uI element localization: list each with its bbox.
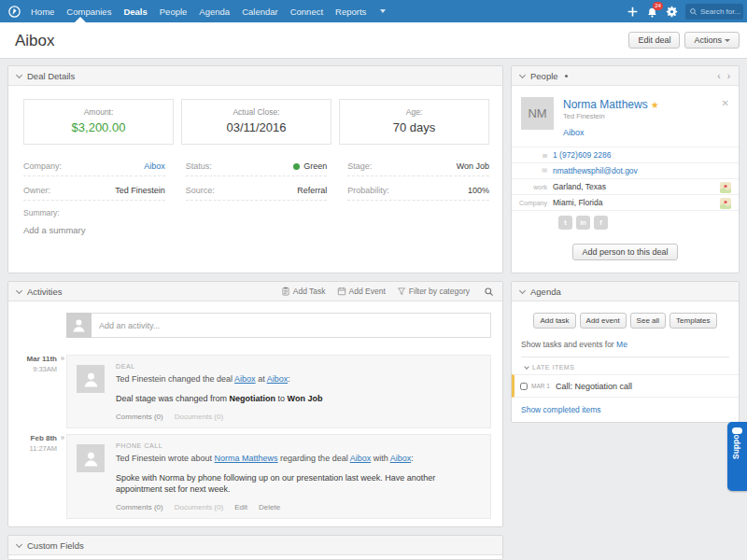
activity-item: Mar 11th 9:33AM DEAL Ted Finestein chang…	[8, 355, 491, 428]
contact-company-link[interactable]: Aibox	[563, 128, 585, 137]
custom-fields-header[interactable]: Custom Fields	[8, 536, 502, 555]
contact-name-link[interactable]: Norma Matthews★	[563, 98, 659, 111]
global-search[interactable]	[685, 4, 743, 20]
person-icon	[70, 316, 88, 334]
social-icons-row: t in f	[512, 210, 739, 234]
facebook-icon[interactable]: f	[594, 216, 608, 230]
edit-deal-button[interactable]: Edit deal	[628, 32, 680, 49]
documents-link[interactable]: Documents (0)	[175, 413, 223, 421]
collapse-chevron-icon	[16, 71, 22, 77]
contact-email-link[interactable]: nmatthewsphil@dot.gov	[553, 166, 638, 175]
deal-details-title: Deal Details	[27, 71, 75, 81]
field-status-text: Green	[303, 161, 327, 171]
twitter-icon[interactable]: t	[558, 216, 572, 230]
divider	[521, 357, 729, 357]
nav-item-home[interactable]: Home	[31, 7, 54, 17]
nav-item-connect[interactable]: Connect	[290, 7, 323, 17]
add-event-button[interactable]: Add Event	[337, 287, 386, 296]
late-items-label: Late items	[532, 364, 574, 371]
prev-person-arrow-icon[interactable]: ‹	[717, 71, 720, 81]
agenda-buttons: Add task Add event See all Templates	[512, 313, 739, 329]
support-tab[interactable]: Support	[727, 422, 747, 491]
task-text[interactable]: Call: Negotiation call	[556, 382, 632, 391]
comments-link[interactable]: Comments (0)	[116, 503, 163, 511]
contact-phone-link[interactable]: 1 (972)609 2286	[553, 150, 611, 160]
stat-amount: Amount: $3,200.00	[23, 99, 174, 145]
deal-details-header[interactable]: Deal Details	[8, 66, 502, 86]
activities-search-icon[interactable]	[484, 287, 494, 297]
field-owner: Owner: Ted Finestein	[23, 184, 165, 201]
actions-chevron-icon	[725, 39, 730, 42]
contact-phone-row: w 1 (972)609 2286	[512, 147, 739, 162]
favorite-star-icon[interactable]: ★	[651, 100, 659, 110]
activity-avatar	[77, 365, 105, 393]
field-probability-label: Probability:	[347, 186, 389, 195]
agenda-filter-me-link[interactable]: Me	[616, 340, 627, 349]
field-stage: Stage: Won Job	[347, 160, 489, 176]
stat-age: Age: 70 days	[339, 99, 489, 145]
add-event-label: Add Event	[349, 287, 386, 296]
support-label: Support	[731, 428, 740, 459]
map-thumbnail-icon[interactable]	[720, 182, 731, 193]
comments-link[interactable]: Comments (0)	[116, 413, 163, 421]
deal-link[interactable]: Aibox	[234, 374, 256, 384]
contact-address-row: work Garland, Texas	[512, 178, 739, 194]
field-company-value[interactable]: Aibox	[144, 161, 165, 171]
agenda-filter: Show tasks and events for Me	[521, 340, 739, 349]
quick-add-icon[interactable]	[627, 6, 639, 18]
documents-link[interactable]: Documents (0)	[175, 503, 223, 511]
delete-link[interactable]: Delete	[259, 503, 280, 511]
late-items-section[interactable]: Late items	[525, 364, 739, 371]
active-nav-pointer	[75, 17, 86, 22]
actions-button[interactable]: Actions	[684, 32, 740, 49]
nav-item-calendar[interactable]: Calendar	[242, 7, 278, 17]
map-thumbnail-icon[interactable]	[720, 198, 731, 209]
actions-button-label: Actions	[694, 35, 722, 45]
nav-item-agenda[interactable]: Agenda	[199, 7, 230, 17]
edit-link[interactable]: Edit	[234, 503, 247, 511]
stat-actual-close: Actual Close: 03/11/2016	[181, 99, 331, 145]
activity-category: PHONE CALL	[116, 442, 481, 449]
agenda-templates-button[interactable]: Templates	[669, 313, 716, 329]
nav-menu: Home Companies Deals People Agenda Calen…	[31, 7, 386, 17]
agenda-add-task-button[interactable]: Add task	[533, 313, 575, 329]
deal-details-panel: Deal Details Amount: $3,200.00 Actual Cl…	[7, 65, 503, 273]
nav-item-reports[interactable]: Reports	[335, 7, 366, 17]
people-panel: People ‹ › NM Norma Matthews★ ✕ Ted Fine…	[511, 65, 740, 273]
next-person-arrow-icon[interactable]: ›	[727, 71, 730, 81]
activity-card: DEAL Ted Finestein changed the deal Aibo…	[66, 355, 491, 428]
task-checkbox[interactable]	[520, 383, 528, 390]
nav-item-people[interactable]: People	[160, 7, 188, 17]
linkedin-icon[interactable]: in	[576, 216, 590, 230]
phone-type-label: w	[512, 152, 553, 159]
add-task-button[interactable]: Add Task	[281, 287, 326, 296]
add-activity-input[interactable]	[92, 313, 491, 338]
add-summary-link[interactable]: Add a summary	[23, 225, 86, 235]
person-icon	[81, 370, 101, 389]
page-header: Aibox Edit deal Actions	[0, 22, 747, 59]
company-link[interactable]: Aibox	[390, 454, 412, 463]
field-probability-value: 100%	[468, 186, 489, 195]
show-completed-link[interactable]: Show completed items	[521, 405, 739, 414]
agenda-add-event-button[interactable]: Add event	[580, 313, 627, 329]
app-logo-icon[interactable]	[7, 5, 21, 19]
remove-person-icon[interactable]: ✕	[722, 98, 729, 108]
deal-link[interactable]: Aibox	[350, 454, 372, 463]
title-text: with	[371, 454, 390, 463]
activity-time: 9:33AM	[8, 365, 57, 373]
notifications-bell-icon[interactable]: 24	[646, 6, 658, 18]
filter-by-category-button[interactable]: Filter by category	[397, 287, 472, 296]
nav-item-deals[interactable]: Deals	[123, 7, 147, 17]
add-person-button[interactable]: Add person to this deal	[572, 244, 677, 260]
contact-avatar: NM	[521, 97, 554, 130]
person-link[interactable]: Norma Matthews	[215, 454, 278, 463]
agenda-header[interactable]: Agenda	[512, 282, 739, 301]
agenda-see-all-button[interactable]: See all	[630, 313, 666, 329]
activity-content: PHONE CALL Ted Finestein wrote about Nor…	[116, 442, 481, 511]
agenda-title: Agenda	[530, 287, 561, 297]
company-link[interactable]: Aibox	[267, 374, 289, 384]
global-search-input[interactable]	[700, 7, 741, 16]
settings-gear-icon[interactable]	[666, 6, 678, 18]
nav-item-companies[interactable]: Companies	[66, 7, 111, 17]
nav-more-chevron-icon[interactable]	[380, 9, 386, 13]
